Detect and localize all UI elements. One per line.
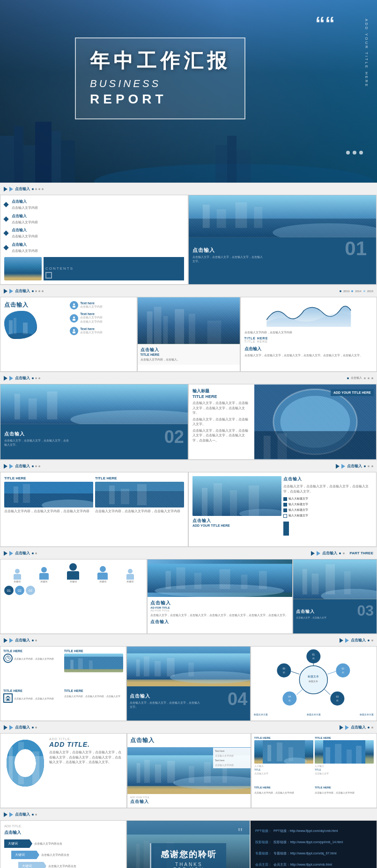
svg-rect-49 [14, 486, 18, 503]
arrow-click[interactable]: 点击输入 [4, 830, 122, 836]
svg-rect-80 [70, 660, 74, 669]
svg-rect-1 [14, 126, 23, 183]
click-city-input[interactable]: 点击输入 [130, 736, 248, 744]
input-title-label[interactable]: 输入标题 TITLE HERE [192, 388, 251, 399]
ptile-sub-1: 人工输入 [254, 765, 313, 767]
checklist-slide: 点击输入 ADD YOUR TITLE HERE 点击输入 点击输入文字，点击输… [188, 472, 377, 547]
checklist-items: 输入大标题文字 输入大标题文字 输入大标题文字 输入大标题文字 [283, 497, 372, 518]
checklist-click[interactable]: 点击输入 [192, 518, 281, 524]
part-one-click-input[interactable]: 点击输入 [192, 247, 263, 254]
part-four-click[interactable]: 点击输入 [130, 693, 200, 699]
svg-rect-59 [230, 490, 237, 516]
thank-you-overlay: 感谢您的聆听 THANKS FOR YOU " [127, 821, 250, 868]
svg-rect-0 [0, 136, 14, 183]
r3-label-1: 点击输入 [351, 376, 362, 380]
contents-bottom: CONTENTS [4, 257, 184, 280]
r4-label: 点击输入 [347, 463, 362, 469]
tri-icon-12 [9, 638, 13, 643]
check-box-3 [283, 508, 287, 512]
row-3: PART TWO 点击输入 点击输入文字，点击输 [0, 384, 377, 460]
figures-click-input[interactable]: 点击输入 [4, 301, 67, 309]
hex-svg: 标题文本 标题文本 01 标 02 标 03 标 04 标 [254, 649, 374, 710]
part-two-click[interactable]: 点击输入 [4, 431, 70, 437]
tri-icon-14 [9, 725, 13, 730]
part-one-num: 01 [345, 237, 367, 260]
svg-rect-46 [4, 482, 93, 508]
tri-icon-16 [9, 812, 13, 817]
clock-icon [3, 654, 13, 663]
city-mid-sub: 点击输入文字，点击输入文字，点击输入文字，点击输入文字，点击输入文字，点击输入文… [150, 613, 289, 618]
info-topic-value: 专题链接：http://www.lfppt.com/dq_67.html [274, 852, 336, 855]
contents-sub-4: 点击输入文字内容 [12, 249, 184, 254]
part-four-sub: 点击输入文字，点击输入文字，点击输入文字，点击输入文字。 [130, 701, 200, 709]
thank-you-cn: 感谢您的聆听 [161, 849, 217, 860]
side-text-1: Text here [215, 750, 249, 752]
building-icon [3, 693, 13, 703]
hex-diagram: 标题文本 标题文本 01 标 02 标 03 标 04 标 [254, 649, 374, 716]
svg-rect-50 [23, 484, 30, 503]
thank-you-box: 感谢您的聆听 THANKS FOR YOU [150, 843, 226, 868]
city-mid-click-2[interactable]: 点击输入 [150, 619, 289, 625]
city-slide-1-bottom: 点击输入 TITLE HERE 点击输入文字内容，点击输入。 [138, 344, 240, 365]
contents-label-4[interactable]: 点击输入 [12, 242, 184, 247]
check-box-2 [283, 503, 287, 507]
arrow-row-1: 大键词 点击输入文字内容点击 [4, 839, 62, 848]
svg-text:标: 标 [288, 699, 291, 702]
zero-svg [4, 737, 46, 789]
part-two-slide: PART TWO 点击输入 点击输入文字，点击输 [0, 384, 188, 460]
r4-tri-2 [341, 464, 345, 469]
r5-dot [339, 552, 341, 554]
svg-point-41 [274, 390, 357, 455]
contents-label-2[interactable]: 点击输入 [12, 213, 184, 219]
svg-point-122 [173, 776, 251, 790]
s7-dot [32, 727, 34, 728]
check-label-4: 输入大标题文字 [288, 514, 308, 518]
person-1-head [15, 569, 20, 574]
part-one-text: 点击输入 点击输入文字，点击输入文字，点击输入文字，点击输入文字。 [192, 247, 263, 264]
person-svg-3 [72, 329, 76, 333]
legend-label-1: 2013 [343, 290, 349, 293]
figures-right: Text here 点击输入文字内容 Text here 点击输入文字内容 点击… [70, 301, 133, 368]
svg-point-63 [155, 584, 284, 597]
wave-chart-svg [244, 301, 373, 327]
svg-rect-62 [148, 564, 292, 592]
add-your-title-label[interactable]: 点击输入 [244, 346, 373, 352]
part-three-sub: 点击输入文字，点击输入文字 [296, 616, 326, 620]
arrow-text-3: 点击输入文字内容点击 [48, 864, 76, 868]
side-sub-2: 点击输入文字内容 [215, 764, 249, 766]
info-design-value: 投影链接：http://www.lfppt.com/ppt/mb_14.html [274, 840, 343, 844]
num-circles: 01 02 03 [4, 586, 143, 595]
input-title-sub-2: 点击输入文字，点击输入文字，点击输入文字。 [192, 417, 251, 427]
input-title-sub-1: 点击输入文字，点击输入文字，点击输入文字，点击输入文字，点击输入文字。 [192, 401, 251, 416]
svg-rect-79 [64, 657, 123, 669]
city-click-input[interactable]: 点击输入 [140, 347, 237, 353]
click-city-sub-click[interactable]: 点击输入 [130, 799, 248, 805]
svg-rect-20 [23, 323, 28, 334]
contents-label-3[interactable]: 点击输入 [12, 228, 184, 233]
info-member-value: 会员主页：http://www.lfppt.com/mb.html [274, 863, 332, 866]
checklist-right: 点击输入 点击输入文字，点击输入文字，点击输入文字，点击输入文字，点击输入文字。… [283, 476, 372, 543]
svg-line-111 [297, 689, 303, 695]
contents-item-4: 点击输入 点击输入文字内容 [4, 242, 184, 254]
person-5: 关键词 [126, 569, 134, 583]
checklist-right-sub: 点击输入文字，点击输入文字，点击输入文字，点击输入文字，点击输入文字。 [283, 484, 372, 494]
checklist-right-click[interactable]: 点击输入 [283, 476, 372, 482]
arrow-diagram-slide: ADD TITLE. 点击输入 大键词 点击输入文字内容点击 大键词 点击输入文… [0, 820, 126, 868]
info-ppt-label: PPT链接： [255, 829, 272, 832]
part-three-click[interactable]: 点击输入 [296, 609, 326, 615]
city-mid-click[interactable]: 点击输入 [150, 600, 289, 606]
photo-coastal-1 [4, 257, 42, 280]
legend-dot-2 [351, 290, 353, 292]
svg-point-104 [331, 691, 345, 706]
arrow-2: 大键词 [11, 851, 39, 859]
r6-tri-2 [345, 638, 349, 643]
svg-rect-33 [189, 314, 195, 344]
svg-rect-68 [241, 574, 248, 589]
thank-you-en: THANKS FOR YOU [161, 862, 217, 868]
sep-label-2: 点击输入 [15, 288, 30, 294]
r4-dot-1 [364, 465, 366, 467]
tri-icon-15 [4, 812, 7, 817]
svg-text:04: 04 [288, 695, 291, 698]
icon-tiles-slide: TITLE HERE 点击输入文字内容，点击输入文字内容 TITLE HERE [0, 646, 126, 721]
contents-label-1[interactable]: 点击输入 [12, 199, 184, 204]
